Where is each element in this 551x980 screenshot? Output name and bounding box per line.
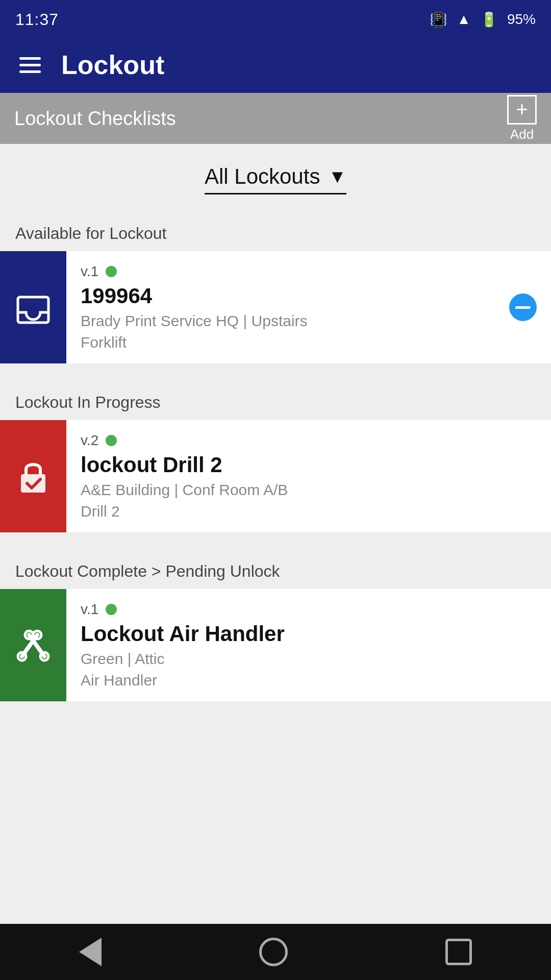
status-time: 11:37 (15, 10, 59, 29)
status-bar: 11:37 📳 ▲ 🔋 95% (0, 0, 551, 37)
status-dot-air (106, 604, 117, 615)
card-title-drill2: lockout Drill 2 (81, 453, 539, 477)
status-dot-drill2 (106, 435, 117, 446)
card-action[interactable] (509, 251, 551, 363)
back-icon (79, 938, 102, 966)
card-title-air: Lockout Air Handler (81, 622, 539, 646)
card-air-handler-body: v.1 Lockout Air Handler Green | Attic Ai… (66, 589, 551, 701)
add-icon: + (507, 95, 537, 125)
sub-header: Lockout Checklists + Add (0, 93, 551, 144)
home-button[interactable] (259, 938, 288, 966)
card-subtitle-drill2: A&E Building | Conf Room A/B (81, 481, 539, 499)
card-drill2-body: v.2 lockout Drill 2 A&E Building | Conf … (66, 420, 551, 532)
card-type-air: Air Handler (81, 672, 539, 689)
filter-dropdown[interactable]: All Lockouts ▼ (205, 164, 346, 194)
recent-icon (445, 939, 472, 965)
filter-section: All Lockouts ▼ (0, 144, 551, 210)
card-version-drill2: v.2 (81, 432, 98, 449)
card-version-row-drill2: v.2 (81, 432, 539, 449)
recent-button[interactable] (445, 939, 472, 965)
home-icon (259, 938, 288, 966)
card-type: Forklift (81, 334, 497, 351)
add-label: Add (510, 127, 534, 142)
bottom-nav (0, 924, 551, 980)
card-199964[interactable]: v.1 199964 Brady Print Service HQ | Upst… (0, 251, 551, 363)
card-version: v.1 (81, 263, 98, 280)
vibrate-icon: 📳 (430, 11, 447, 28)
card-title: 199964 (81, 284, 497, 308)
sub-header-title: Lockout Checklists (14, 108, 176, 130)
battery-icon: 🔋 (480, 11, 498, 28)
add-button[interactable]: + Add (507, 95, 537, 142)
card-version-row-air: v.1 (81, 601, 539, 618)
section-available-header: Available for Lockout (0, 210, 551, 251)
card-type-drill2: Drill 2 (81, 503, 539, 520)
card-subtitle: Brady Print Service HQ | Upstairs (81, 312, 497, 330)
status-icons: 📳 ▲ 🔋 95% (430, 11, 536, 28)
hamburger-menu[interactable] (14, 52, 46, 78)
svg-rect-1 (21, 474, 45, 493)
minus-icon[interactable] (509, 293, 537, 321)
app-title: Lockout (61, 50, 164, 80)
chevron-down-icon: ▼ (328, 166, 346, 187)
card-icon-lock (0, 420, 66, 532)
section-pending-unlock-header: Lockout Complete > Pending Unlock (0, 548, 551, 589)
card-lockout-drill-2[interactable]: v.2 lockout Drill 2 A&E Building | Conf … (0, 420, 551, 532)
card-subtitle-air: Green | Attic (81, 650, 539, 668)
card-version-row: v.1 (81, 263, 497, 280)
filter-label: All Lockouts (205, 164, 320, 189)
section-in-progress-header: Lockout In Progress (0, 379, 551, 420)
card-icon-inbox (0, 251, 66, 363)
main-content: All Lockouts ▼ Available for Lockout v.1… (0, 144, 551, 924)
card-199964-body: v.1 199964 Brady Print Service HQ | Upst… (66, 251, 509, 363)
wifi-icon: ▲ (457, 11, 471, 28)
card-icon-wrench (0, 589, 66, 701)
battery-percent: 95% (507, 11, 536, 28)
back-button[interactable] (79, 938, 102, 966)
card-version-air: v.1 (81, 601, 98, 618)
card-air-handler[interactable]: v.1 Lockout Air Handler Green | Attic Ai… (0, 589, 551, 701)
app-bar: Lockout (0, 37, 551, 93)
status-dot (106, 266, 117, 277)
